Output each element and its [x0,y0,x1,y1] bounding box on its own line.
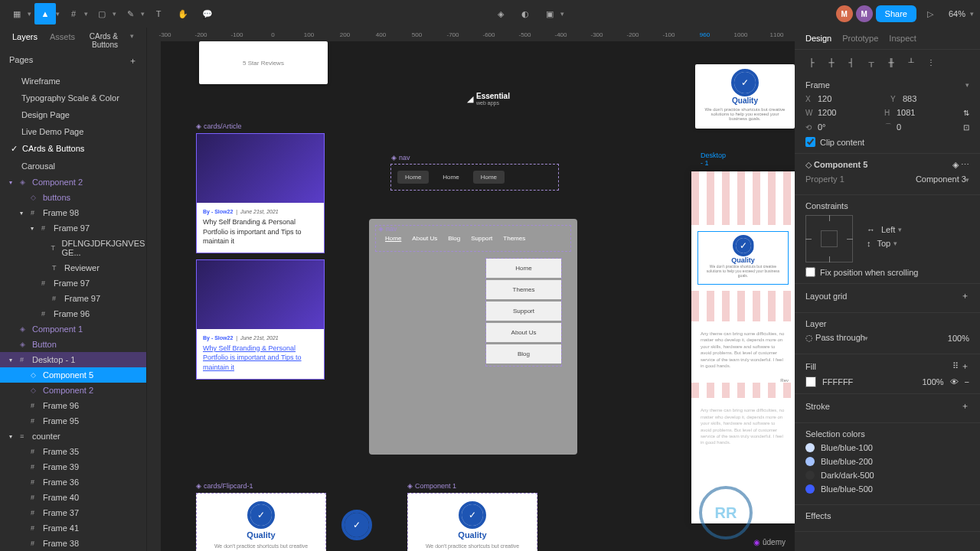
property-value[interactable]: Component 3 [916,174,966,184]
add-icon[interactable]: ＋ [961,400,969,412]
selection-color-row[interactable]: Blue/blue-100 [805,443,969,452]
layer-row[interactable]: #Frame 40 [0,490,146,505]
layer-row[interactable]: ◇Component 2 [0,383,146,398]
radius-input[interactable] [897,122,935,132]
page-item[interactable]: ✓CArds & Buttons [0,140,146,158]
dropdown-item[interactable]: Blog [486,344,561,364]
more-icon[interactable]: ⋯ [961,160,969,169]
layer-row[interactable]: #Frame 96 [0,398,146,413]
text-tool-icon[interactable]: T [148,3,169,24]
quality-card[interactable]: Quality We don't practice shortcuts but … [196,493,326,551]
avatar[interactable]: M [836,5,853,22]
fix-position-checkbox[interactable] [805,267,815,277]
canvas[interactable]: -300-200-1000100200400500-700-600-500-40… [147,28,795,551]
pen-tool-icon[interactable]: ✎ [119,3,141,24]
dropdown-item[interactable]: Home [486,259,561,278]
quality-card[interactable]: Quality We don't practice shortcuts but … [407,493,537,551]
blend-mode[interactable]: Pass through [815,333,865,342]
layer-row[interactable]: ◇Component 5 [0,367,146,383]
align-vcenter-icon[interactable]: ╫ [884,56,899,68]
shape-tool-icon[interactable]: ▢ [91,3,113,24]
main-menu-icon[interactable]: ▦ [6,3,28,24]
h-input[interactable] [897,108,935,117]
page-item[interactable]: Carousal [0,158,146,174]
file-name[interactable]: CArds & Buttons [87,32,121,49]
tab-prototype[interactable]: Prototype [842,34,878,43]
rotation-input[interactable] [818,122,856,132]
mask-icon[interactable]: ◐ [514,3,536,24]
align-left-icon[interactable]: ├ [804,56,819,68]
dropdown-item[interactable]: Themes [486,280,561,299]
share-button[interactable]: Share [876,5,916,22]
comment-tool-icon[interactable]: 💬 [197,3,218,24]
layer-row[interactable]: #Frame 96 [0,306,146,321]
h-constraint[interactable]: Left [881,225,895,234]
layer-row[interactable]: #Frame 36 [0,474,146,490]
tab-design[interactable]: Design [805,34,831,43]
constrain-icon[interactable]: ⇅ [963,109,969,117]
layer-row[interactable]: ▾#Desktop - 1 [0,352,146,367]
add-icon[interactable]: ＋ [961,290,969,302]
opacity-value[interactable]: 100% [948,334,969,343]
layer-row[interactable]: ▾#Frame 98 [0,205,146,220]
tab-inspect[interactable]: Inspect [889,34,916,43]
nav-item[interactable]: Home [397,171,429,184]
distribute-icon[interactable]: ⋮ [923,56,939,68]
layer-row[interactable]: #Frame 35 [0,444,146,459]
fill-opacity[interactable]: 100% [922,377,943,386]
v-constraint[interactable]: Top [877,239,891,248]
layer-row[interactable]: #Frame 97 [0,276,146,291]
add-page-icon[interactable]: ＋ [129,55,137,67]
independent-corners-icon[interactable]: ⊡ [963,123,969,132]
fill-swatch[interactable] [805,377,816,387]
fill-hex[interactable]: FFFFFF [822,377,853,386]
align-hcenter-icon[interactable]: ┼ [824,56,839,68]
component-icon[interactable]: ◈ [490,3,511,24]
visibility-icon[interactable]: 👁 [950,377,959,386]
article-card[interactable]: By - Slow22 | June 21st, 2021 Why Self B… [196,133,325,253]
layer-row[interactable]: ◈Component 1 [0,321,146,337]
layer-row[interactable]: #Frame 39 [0,459,146,474]
layer-row[interactable]: #Frame 38 [0,536,146,551]
page-item[interactable]: Design Page [0,106,146,123]
navbar-item[interactable]: Themes [503,235,525,242]
style-icon[interactable]: ⠿ [952,361,959,370]
layer-row[interactable]: #Frame 41 [0,520,146,536]
clip-checkbox[interactable] [805,137,815,147]
variant-icon[interactable]: ◈ [952,160,959,169]
boolean-icon[interactable]: ▣ [539,3,560,24]
align-top-icon[interactable]: ┬ [864,56,879,68]
selection-color-row[interactable]: Blue/blue-200 [805,457,969,466]
nav-item[interactable]: Home [473,171,505,184]
zoom-level[interactable]: 64% [944,9,970,18]
layer-row[interactable]: ▾◈Component 2 [0,174,146,190]
frame-tool-icon[interactable]: # [63,3,84,24]
w-input[interactable] [818,108,856,117]
layer-row[interactable]: TDFLNGJDFKJGNVES GE... [0,236,146,260]
navbar-item[interactable]: Blog [448,235,460,242]
layer-row[interactable]: #Frame 97 [0,291,146,306]
hand-tool-icon[interactable]: ✋ [172,3,194,24]
align-right-icon[interactable]: ┤ [844,56,859,68]
layer-row[interactable]: ▾#Frame 97 [0,220,146,236]
page-item[interactable]: Live Demo Page [0,123,146,140]
tab-assets[interactable]: Assets [50,32,75,49]
dropdown-item[interactable]: Support [486,302,561,321]
tab-layers[interactable]: Layers [12,32,38,49]
desktop-frame[interactable]: Quality We don't practice shortcuts but … [691,171,795,523]
avatar[interactable]: M [856,5,873,22]
layer-row[interactable]: TReviewer [0,260,146,276]
article-card[interactable]: By - Slow22 | June 21st, 2021 Why Self B… [196,259,325,380]
constraint-widget[interactable] [805,215,853,262]
selection-color-row[interactable]: Blue/blue-500 [805,484,969,494]
layer-row[interactable]: ◇buttons [0,190,146,205]
move-tool-icon[interactable]: ▲ [34,3,56,24]
layer-row[interactable]: ▾≡counter [0,429,146,444]
layer-row[interactable]: ◈Button [0,337,146,352]
layer-row[interactable]: #Frame 95 [0,413,146,429]
selection-color-row[interactable]: Dark/dark-500 [805,471,969,480]
x-input[interactable] [818,94,856,103]
navbar-item[interactable]: Home [385,235,401,242]
add-icon[interactable]: ＋ [961,361,969,370]
remove-icon[interactable]: − [965,377,969,386]
